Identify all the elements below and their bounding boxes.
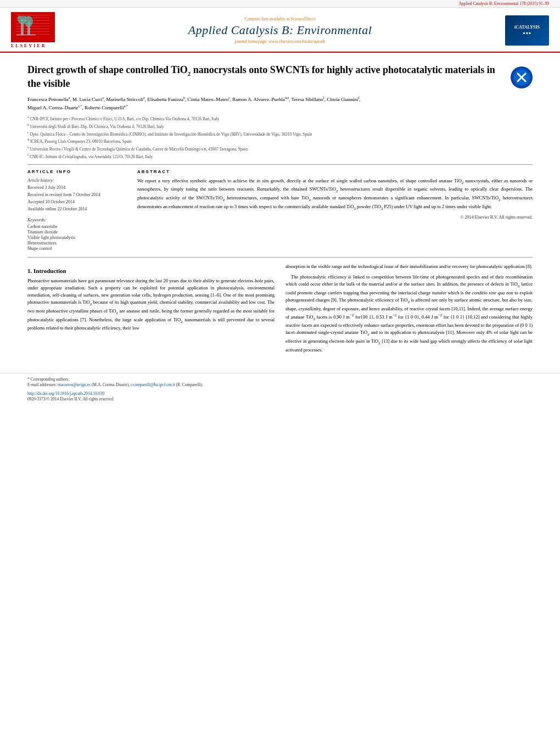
email2-person: (R. Comparelli). bbox=[176, 382, 203, 387]
page-wrapper: Applied Catalysis B: Environmental 178 (… bbox=[0, 0, 560, 742]
intro-para-1: Photoactive nanomaterials have got param… bbox=[27, 277, 275, 332]
svg-rect-4 bbox=[16, 34, 36, 36]
affil-f-text: CNR-IC–Istituto di Cristallografia, via … bbox=[30, 154, 153, 159]
section1-heading: 1. Introduction bbox=[27, 267, 275, 274]
intro-para-2: absorption in the visible range and the … bbox=[285, 263, 533, 270]
keywords-label-row: Keywords: bbox=[27, 217, 126, 223]
revised-text: Received in revised form 7 October 2014 bbox=[27, 192, 100, 197]
intro-para-3: The photocatalytic efficiency is linked … bbox=[285, 274, 533, 354]
email2: r.comparelli@ba.ipcf.cnr.it bbox=[131, 382, 175, 387]
affiliations-section: a CNR-IPCF, Istituto per i Processi Chim… bbox=[27, 115, 533, 160]
keyword-1: Carbon nanotube bbox=[27, 224, 126, 229]
author-6: Ramon A. Alvarez–Pueblad,e, bbox=[232, 97, 291, 102]
article-title: Direct growth of shape controlled TiO2 n… bbox=[27, 64, 502, 90]
affiliation-b: b Università degli Studi di Bari–Dip. Di… bbox=[27, 122, 533, 130]
author-4: Elisabetta Fanizzab, bbox=[147, 97, 187, 102]
article-info-label: ARTICLE INFO bbox=[27, 169, 126, 174]
accepted-row: Accepted 10 October 2014 bbox=[27, 199, 126, 205]
author-5: Cintia Mateo–Mateoc, bbox=[187, 97, 232, 102]
author-7: Teresa Sibillanof, bbox=[292, 97, 327, 102]
article-content: Direct growth of shape controlled TiO2 n… bbox=[0, 53, 560, 365]
article-footer: * Corresponding authors. E-mail addresse… bbox=[0, 373, 560, 401]
author-1: Francesca Petronellaa, bbox=[27, 97, 72, 102]
section1-title: Introduction bbox=[33, 267, 66, 274]
available-row: Available online 22 October 2014 bbox=[27, 206, 126, 212]
keyword-4: Heterostructures bbox=[27, 241, 126, 246]
corresponding-label: * Corresponding authors. bbox=[27, 377, 533, 383]
received-row: Received 3 July 2014 bbox=[27, 185, 126, 191]
svg-point-2 bbox=[18, 16, 26, 24]
section1-text-right: absorption in the visible range and the … bbox=[285, 263, 533, 354]
affiliation-d: d ICREA, Passeig Lluís Companys 23, 0801… bbox=[27, 137, 533, 144]
svg-point-3 bbox=[24, 16, 33, 27]
divider-1 bbox=[27, 164, 533, 165]
title-part1: Direct growth of shape controlled TiO bbox=[27, 64, 188, 75]
keywords-label-text: Keywords: bbox=[27, 217, 46, 222]
keywords-section: Keywords: Carbon nanotube Titanium dioxi… bbox=[27, 217, 126, 251]
author-3: Marinella Striccolia, bbox=[106, 97, 147, 102]
article-info-abstract-section: ARTICLE INFO Article history: Received 3… bbox=[27, 169, 533, 252]
abstract-text: We report a very effective synthetic app… bbox=[137, 177, 533, 212]
abstract-content: We report a very effective synthetic app… bbox=[137, 177, 533, 221]
journal-homepage: journal homepage: www.elsevier.com/locat… bbox=[55, 39, 505, 44]
article-title-text: Direct growth of shape controlled TiO2 n… bbox=[27, 64, 502, 90]
abstract-label: ABSTRACT bbox=[137, 169, 533, 174]
accepted-text: Accepted 10 October 2014 bbox=[27, 199, 75, 204]
affil-e-text: Universitat Rovira i Virgili & Centro de… bbox=[30, 147, 248, 152]
email-label: E-mail addresses: bbox=[27, 382, 57, 387]
section1-number: 1. bbox=[27, 267, 32, 274]
keyword-5: Shape control bbox=[27, 246, 126, 251]
header-center: Contents lists available at ScienceDirec… bbox=[55, 16, 505, 44]
author-8: Cinzia Gianninif, bbox=[327, 97, 361, 102]
elsevier-tree-icon bbox=[16, 16, 49, 39]
body-two-col: 1. Introduction Photoactive nanomaterial… bbox=[27, 263, 533, 357]
affil-c-text: Dpto. Química Física – Centro de Investi… bbox=[30, 131, 312, 136]
journal-title: Applied Catalysis B: Environmental bbox=[55, 23, 505, 37]
elsevier-logo-box bbox=[11, 12, 55, 42]
author-2: M. Lucia Curria, bbox=[72, 97, 106, 102]
corresponding-note: * Corresponding authors. E-mail addresse… bbox=[27, 377, 533, 388]
section1-text-left: Photoactive nanomaterials have got param… bbox=[27, 277, 275, 332]
authors-section: Francesca Petronellaa, M. Lucia Curria, … bbox=[27, 96, 533, 111]
crossmark-icon bbox=[513, 69, 530, 86]
copyright-line: © 2014 Elsevier B.V. All rights reserved… bbox=[137, 214, 533, 221]
received-text: Received 3 July 2014 bbox=[27, 185, 65, 190]
issn-text: 0926-3373/© 2014 Elsevier B.V. All right… bbox=[27, 397, 114, 401]
email1: macorrea@uvigo.es bbox=[58, 382, 91, 387]
body-left-col: 1. Introduction Photoactive nanomaterial… bbox=[27, 263, 275, 357]
history-label-text: Article history: bbox=[27, 178, 54, 183]
crossmark-logo bbox=[511, 66, 533, 88]
elsevier-label: ELSEVIER bbox=[11, 43, 46, 48]
email1-person: (M.A. Correa–Duarte), bbox=[92, 382, 130, 387]
sciencedirect-info: Contents lists available at ScienceDirec… bbox=[55, 16, 505, 21]
article-info-col: ARTICLE INFO Article history: Received 3… bbox=[27, 169, 126, 252]
revised-row: Received in revised form 7 October 2014 bbox=[27, 192, 126, 198]
journal-info-bar: Applied Catalysis B: Environmental 178 (… bbox=[0, 0, 560, 8]
affil-a-text: CNR-IPCF, Istituto per i Processi Chimic… bbox=[30, 116, 220, 121]
author-10: Roberto Comparellia,* bbox=[85, 105, 128, 110]
keyword-3: Visible light photocatalysis bbox=[27, 235, 126, 240]
doi-line: http://dx.doi.org/10.1016/j.apcatb.2014.… bbox=[27, 390, 533, 396]
sciencedirect-prefix: Contents lists available at bbox=[245, 16, 291, 21]
sciencedirect-name: ScienceDirect bbox=[291, 16, 316, 21]
doi-text: http://dx.doi.org/10.1016/j.apcatb.2014.… bbox=[27, 391, 104, 396]
affiliation-c: c Dpto. Química Física – Centro de Inves… bbox=[27, 130, 533, 137]
body-right-col: absorption in the visible range and the … bbox=[285, 263, 533, 357]
divider-2 bbox=[27, 257, 533, 258]
affiliation-e: e Universitat Rovira i Virgili & Centro … bbox=[27, 145, 533, 152]
affil-d-text: ICREA, Passeig Lluís Companys 23, 08010 … bbox=[30, 139, 132, 144]
svg-rect-1 bbox=[27, 21, 30, 35]
catalysis-logo: iCATALYSIS ■ ■ ■ bbox=[505, 15, 549, 46]
affiliation-f: f CNR-IC–Istituto di Cristallografia, vi… bbox=[27, 153, 533, 160]
keyword-2: Titanium dioxide bbox=[27, 230, 126, 235]
affil-b-text: Università degli Studi di Bari–Dip. Di C… bbox=[30, 124, 164, 129]
abstract-col: ABSTRACT We report a very effective synt… bbox=[137, 169, 533, 252]
author-9: Miguel A. Correa–Duartec,*, bbox=[27, 105, 85, 110]
journal-header: ELSEVIER Contents lists available at Sci… bbox=[0, 8, 560, 53]
homepage-prefix: journal homepage: bbox=[234, 39, 268, 44]
journal-citation: Applied Catalysis B: Environmental 178 (… bbox=[458, 1, 549, 6]
svg-rect-0 bbox=[21, 19, 24, 35]
affiliation-a: a CNR-IPCF, Istituto per i Processi Chim… bbox=[27, 115, 533, 122]
available-text: Available online 22 October 2014 bbox=[27, 207, 87, 211]
article-info-content: Article history: Received 3 July 2014 Re… bbox=[27, 177, 126, 251]
